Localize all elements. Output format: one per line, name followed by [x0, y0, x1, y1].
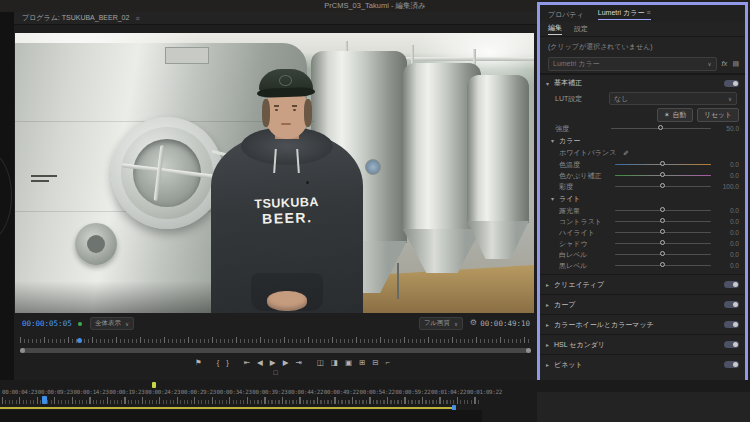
- step-forward-button[interactable]: ▶: [283, 357, 289, 369]
- slider-value[interactable]: 50.0: [715, 125, 739, 132]
- chevron-right-icon[interactable]: ▸: [546, 341, 549, 348]
- fx-icon[interactable]: fx: [722, 59, 728, 68]
- timeline-ruler-area[interactable]: 00:00:04:23 00:00:09:23 00:00:14:23 00:0…: [0, 380, 482, 422]
- slider-handle[interactable]: [660, 161, 665, 166]
- comparison-view-button[interactable]: ◫: [317, 357, 324, 369]
- slider-value[interactable]: 0.0: [715, 251, 739, 258]
- go-to-out-button[interactable]: ⇥: [295, 357, 301, 369]
- slider-value[interactable]: 0.0: [715, 229, 739, 236]
- eye: [275, 109, 278, 111]
- chevron-down-icon[interactable]: ▾: [546, 80, 549, 87]
- slider-track[interactable]: [615, 175, 711, 177]
- multi-camera-button[interactable]: ◨: [331, 357, 338, 369]
- slider-handle[interactable]: [660, 172, 665, 177]
- slider-handle[interactable]: [660, 240, 665, 245]
- panel-menu-icon[interactable]: ≡: [135, 15, 139, 22]
- slider-value[interactable]: 0.0: [715, 161, 739, 168]
- slider-track[interactable]: [615, 164, 711, 166]
- slider-value[interactable]: 0.0: [715, 262, 739, 269]
- group-title: カラー: [559, 136, 580, 146]
- section-hsl-secondary[interactable]: ▸ HSL セカンダリ: [540, 334, 745, 354]
- insert-button[interactable]: ⊞: [359, 357, 365, 369]
- slider-handle[interactable]: [660, 262, 665, 267]
- timeline-playhead[interactable]: [42, 396, 47, 404]
- chevron-down-icon[interactable]: ▾: [551, 137, 554, 144]
- slider-handle[interactable]: [658, 125, 663, 130]
- timeline-ruler-labels: 00:00:04:23 00:00:09:23 00:00:14:23 00:0…: [2, 389, 502, 395]
- slider-value[interactable]: 0.0: [715, 240, 739, 247]
- group-color[interactable]: ▾ カラー: [540, 134, 745, 147]
- section-creative[interactable]: ▸ クリエイティブ: [540, 274, 745, 294]
- slider-track[interactable]: [615, 254, 711, 256]
- slider-track[interactable]: [615, 232, 711, 234]
- timeline-ruler-ticks[interactable]: [0, 397, 482, 405]
- panel-menu-icon[interactable]: ≡: [646, 9, 650, 16]
- mark-out-button[interactable]: }: [226, 357, 229, 369]
- hsl-secondary-toggle[interactable]: [724, 341, 739, 348]
- section-curves[interactable]: ▸ カーブ: [540, 294, 745, 314]
- settings-wrench-icon[interactable]: ⚙: [470, 318, 477, 327]
- playback-quality-dropdown[interactable]: フル画質 ∨: [419, 317, 463, 330]
- overwrite-button[interactable]: ⊟: [372, 357, 378, 369]
- scrollbar-endcap[interactable]: [20, 348, 25, 353]
- go-to-in-button[interactable]: ⇤: [244, 357, 250, 369]
- program-monitor-tab[interactable]: プログラム: TSUKUBA_BEER_02 ≡: [14, 12, 537, 25]
- chevron-right-icon[interactable]: ▸: [546, 361, 549, 368]
- lut-dropdown[interactable]: なし ∨: [609, 92, 737, 105]
- slider-label: シャドウ: [559, 239, 611, 249]
- creative-toggle[interactable]: [724, 281, 739, 288]
- step-back-button[interactable]: ◀: [257, 357, 263, 369]
- subtab-settings[interactable]: 設定: [574, 24, 588, 34]
- slider-value[interactable]: 0.0: [715, 218, 739, 225]
- slider-handle[interactable]: [660, 207, 665, 212]
- slider-handle[interactable]: [660, 229, 665, 234]
- slider-track[interactable]: [615, 186, 711, 188]
- export-frame-button[interactable]: ▣: [345, 357, 352, 369]
- basic-correction-toggle[interactable]: [724, 80, 739, 87]
- zoom-level-dropdown[interactable]: 全体表示 ∨: [90, 317, 134, 330]
- program-tab-label[interactable]: プログラム: TSUKUBA_BEER_02: [22, 13, 129, 23]
- tab-properties[interactable]: プロパティ: [548, 10, 584, 20]
- slider-handle[interactable]: [660, 251, 665, 256]
- play-button[interactable]: ▶: [270, 357, 276, 369]
- chevron-right-icon[interactable]: ▸: [546, 301, 549, 308]
- safe-margins-button[interactable]: ⌐: [386, 357, 390, 369]
- slider-track[interactable]: [611, 128, 711, 130]
- slider-handle[interactable]: [660, 183, 665, 188]
- work-area-bar[interactable]: [0, 407, 452, 409]
- section-color-wheels[interactable]: ▸ カラーホイールとカラーマッチ: [540, 314, 745, 334]
- eyedropper-icon[interactable]: ✎: [621, 150, 629, 156]
- chevron-right-icon[interactable]: ▸: [546, 321, 549, 328]
- tab-lumetri-color[interactable]: Lumetri カラー≡: [598, 8, 651, 20]
- color-wheels-toggle[interactable]: [724, 321, 739, 328]
- vignette-toggle[interactable]: [724, 361, 739, 368]
- current-timecode[interactable]: 00:00:05:05: [22, 319, 72, 328]
- mark-in-button[interactable]: {: [217, 357, 220, 369]
- scrollbar-endcap[interactable]: [526, 348, 531, 353]
- slider-value[interactable]: 0.0: [715, 172, 739, 179]
- chevron-right-icon[interactable]: ▸: [546, 281, 549, 288]
- chevron-down-icon[interactable]: ▾: [551, 195, 554, 202]
- slider-track[interactable]: [615, 265, 711, 267]
- subtab-edit[interactable]: 編集: [548, 23, 562, 35]
- section-vignette[interactable]: ▸ ビネット: [540, 354, 745, 374]
- curves-toggle[interactable]: [724, 301, 739, 308]
- monitor-playhead[interactable]: [77, 338, 82, 343]
- slider-track[interactable]: [615, 221, 711, 223]
- group-light[interactable]: ▾ ライト: [540, 192, 745, 205]
- slider-track[interactable]: [615, 210, 711, 212]
- auto-button[interactable]: ✶ 自動: [657, 108, 693, 122]
- slider-track[interactable]: [615, 243, 711, 245]
- slider-handle[interactable]: [660, 218, 665, 223]
- monitor-mini-timeline[interactable]: [20, 337, 531, 344]
- slider-value[interactable]: 0.0: [715, 207, 739, 214]
- clipboard-icon[interactable]: ▤: [732, 60, 739, 68]
- button-editor-icon[interactable]: □: [273, 369, 277, 379]
- slider-value[interactable]: 100.0: [715, 183, 739, 190]
- add-marker-button[interactable]: ⚑: [195, 357, 202, 369]
- effect-dropdown[interactable]: Lumetri カラー ∨: [548, 57, 717, 71]
- section-basic-correction[interactable]: ▾ 基本補正: [540, 74, 745, 91]
- monitor-scrollbar[interactable]: [20, 348, 531, 353]
- reset-button[interactable]: リセット: [697, 108, 739, 122]
- sequence-marker[interactable]: [152, 382, 156, 388]
